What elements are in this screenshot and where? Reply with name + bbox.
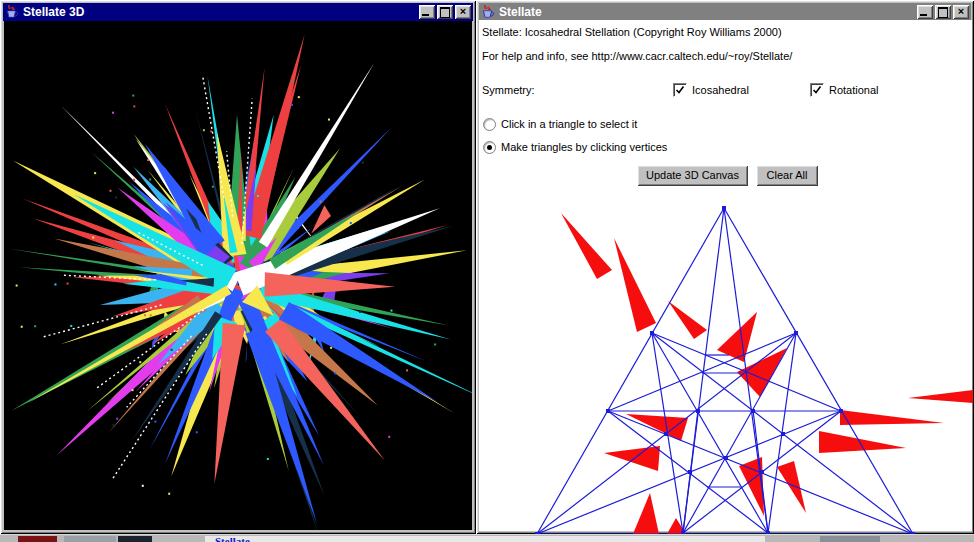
speck xyxy=(112,424,114,426)
speck xyxy=(434,343,436,345)
mesh-line xyxy=(683,333,796,533)
speck xyxy=(142,485,144,487)
maximize-icon xyxy=(440,7,450,18)
speck xyxy=(334,372,336,374)
speck xyxy=(298,96,300,98)
window-title: Stellate xyxy=(499,5,917,19)
rotational-checkbox-label[interactable]: Rotational xyxy=(829,84,879,96)
page-fragment xyxy=(205,536,765,542)
speck xyxy=(109,190,111,192)
select-triangle-radio[interactable] xyxy=(483,118,496,131)
speck xyxy=(203,129,205,131)
speck xyxy=(154,421,156,423)
speck xyxy=(388,436,390,438)
mesh-vertex xyxy=(794,331,798,335)
mesh-vertex xyxy=(688,470,692,474)
selected-cell-triangle xyxy=(626,414,688,441)
mesh-vertex xyxy=(839,409,843,413)
speck xyxy=(359,311,361,313)
window-stellate-3d: Stellate 3D × xyxy=(0,0,476,534)
window-stellate: Stellate × Stellate: Icosahedral Stellat… xyxy=(476,0,974,534)
java-cup-icon xyxy=(5,5,19,19)
rotational-checkbox[interactable] xyxy=(810,83,824,97)
info-line-2: For help and info, see http://www.cacr.c… xyxy=(482,50,792,62)
speck xyxy=(112,112,114,114)
selected-cell-triangle xyxy=(604,446,660,471)
speck xyxy=(132,95,134,97)
info-line-1: Stellate: Icosahedral Stellation (Copyri… xyxy=(482,26,782,38)
desktop: { "left_window": { "title": "Stellate 3D… xyxy=(0,0,974,542)
mesh-vertex xyxy=(722,206,726,210)
speck xyxy=(330,347,332,349)
selected-cell-triangle xyxy=(777,461,806,513)
selected-cell-triangle xyxy=(668,301,707,339)
icosahedral-checkbox-label[interactable]: Icosahedral xyxy=(692,84,749,96)
mesh-vertex xyxy=(650,331,654,335)
speck xyxy=(150,314,152,316)
toolbar-fragment-block xyxy=(18,536,57,542)
make-triangles-radio[interactable] xyxy=(483,141,496,154)
speck xyxy=(210,130,212,132)
mesh-vertex xyxy=(760,470,764,474)
stellation-2d-canvas[interactable] xyxy=(477,195,973,534)
clear-all-button[interactable]: Clear All xyxy=(756,165,818,186)
mesh-vertex xyxy=(751,409,755,413)
speck xyxy=(132,389,134,391)
speck xyxy=(328,119,330,121)
toolbar-fragment-block xyxy=(820,536,880,542)
mesh-vertex xyxy=(664,432,668,436)
maximize-button[interactable] xyxy=(935,5,951,19)
radio-dot xyxy=(487,145,492,150)
minimize-button[interactable] xyxy=(917,5,933,19)
mesh-vertex xyxy=(781,432,785,436)
speck xyxy=(149,178,151,180)
speck xyxy=(116,418,118,420)
selected-cell-triangle xyxy=(633,493,659,534)
speck xyxy=(212,186,214,188)
mesh-vertex xyxy=(606,409,610,413)
speck xyxy=(115,196,117,198)
speck xyxy=(257,195,259,197)
render-shard xyxy=(245,343,247,364)
speck xyxy=(34,325,36,327)
update-3d-canvas-button[interactable]: Update 3D Canvas xyxy=(637,165,748,186)
speck xyxy=(147,159,149,161)
speck xyxy=(168,493,170,495)
speck xyxy=(70,325,72,327)
speck xyxy=(16,285,18,287)
window-title: Stellate 3D xyxy=(23,5,419,19)
speck xyxy=(292,80,294,82)
selected-cell-triangle xyxy=(840,410,944,425)
selected-cell-triangle xyxy=(908,390,973,403)
speck xyxy=(291,104,293,106)
render-3d-canvas[interactable] xyxy=(4,21,472,530)
select-triangle-radio-label[interactable]: Click in a triangle to select it xyxy=(501,118,637,130)
titlebar-stellate[interactable]: Stellate × xyxy=(479,3,971,21)
java-cup-icon xyxy=(481,5,495,19)
speck xyxy=(92,237,94,239)
icosahedral-checkbox[interactable] xyxy=(673,83,687,97)
speck xyxy=(67,283,69,285)
speck xyxy=(390,310,392,312)
selected-cell-triangle xyxy=(819,431,906,453)
speck xyxy=(139,361,141,363)
mesh-vertex xyxy=(724,456,728,460)
close-icon: × xyxy=(953,5,969,19)
speck xyxy=(362,162,364,164)
speck xyxy=(54,283,56,285)
speck xyxy=(320,201,322,203)
minimize-icon xyxy=(422,14,429,16)
titlebar-stellate-3d[interactable]: Stellate 3D × xyxy=(3,3,473,21)
speck xyxy=(171,349,173,351)
toolbar-fragment-block xyxy=(64,536,116,542)
mesh-vertex xyxy=(696,409,700,413)
symmetry-label: Symmetry: xyxy=(482,84,535,96)
maximize-button[interactable] xyxy=(437,5,453,19)
stellate-link-fragment[interactable]: Stellate xyxy=(215,535,250,542)
close-button[interactable]: × xyxy=(953,5,969,19)
speck xyxy=(144,314,146,316)
speck xyxy=(267,458,269,460)
make-triangles-radio-label[interactable]: Make triangles by clicking vertices xyxy=(501,141,667,153)
close-button[interactable]: × xyxy=(455,5,471,19)
minimize-button[interactable] xyxy=(419,5,435,19)
